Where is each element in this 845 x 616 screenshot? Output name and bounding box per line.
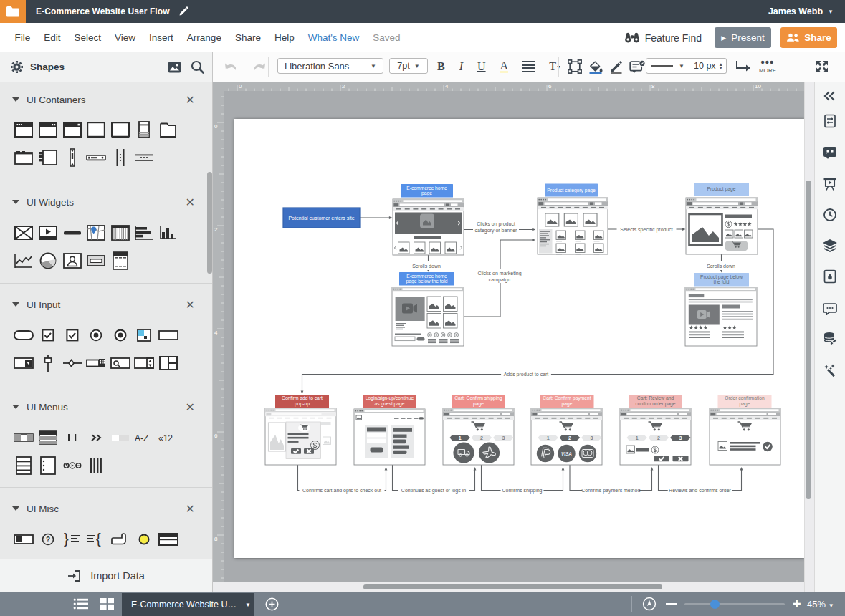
svg-text:Cart: Review and: Cart: Review and	[637, 395, 674, 400]
svg-text:2: 2	[342, 83, 345, 90]
svg-text:3: 3	[590, 435, 593, 441]
svg-text:2: 2	[568, 435, 571, 441]
svg-text:Product category page: Product category page	[547, 188, 596, 193]
svg-text:4: 4	[445, 83, 449, 90]
svg-text:3: 3	[679, 435, 682, 441]
svg-text:page below the fold: page below the fold	[406, 279, 447, 284]
svg-text:}: }	[64, 531, 69, 547]
svg-text:Confirms cart and opts to chec: Confirms cart and opts to check out	[302, 488, 381, 494]
svg-text:the fold: the fold	[714, 279, 730, 284]
svg-text:1: 1	[636, 435, 639, 441]
svg-text:A-Z: A-Z	[135, 433, 148, 442]
svg-text:page: page	[740, 401, 750, 407]
svg-text:{: {	[96, 531, 101, 547]
svg-text:E-commerce home: E-commerce home	[406, 186, 447, 191]
svg-text:campaign: campaign	[489, 277, 510, 283]
svg-text:0: 0	[239, 83, 242, 90]
svg-text:page: page	[421, 191, 432, 196]
svg-text:as guest page: as guest page	[374, 401, 404, 407]
svg-text:Clicks on marketing: Clicks on marketing	[477, 271, 521, 276]
svg-text:8: 8	[651, 83, 655, 90]
svg-text:2: 2	[480, 435, 483, 441]
svg-text:10: 10	[755, 83, 761, 90]
svg-text:?: ?	[46, 536, 50, 544]
svg-text:category or banner: category or banner	[475, 228, 517, 234]
svg-text:Adds product to cart: Adds product to cart	[504, 372, 549, 377]
svg-text:Continues as guest or logs in: Continues as guest or logs in	[401, 488, 466, 494]
svg-text:6: 6	[214, 433, 218, 439]
svg-text:1: 1	[547, 435, 550, 441]
svg-text:Reviews and confirms order: Reviews and confirms order	[669, 488, 731, 493]
svg-text:Order confirmation: Order confirmation	[725, 395, 765, 400]
svg-text:3: 3	[502, 435, 505, 441]
svg-text:0: 0	[214, 123, 218, 130]
svg-text:1: 1	[459, 435, 462, 441]
svg-text:Potential customer enters site: Potential customer enters site	[288, 216, 354, 221]
svg-text:page: page	[473, 401, 484, 407]
svg-text:Selects specific product: Selects specific product	[620, 227, 673, 233]
svg-text:Confirms payment method: Confirms payment method	[581, 488, 640, 494]
svg-text:«12: «12	[158, 433, 173, 442]
svg-text:confirm order page: confirm order page	[635, 401, 675, 407]
svg-text:Product page: Product page	[707, 186, 736, 192]
svg-text:4: 4	[214, 329, 218, 336]
svg-text:8: 8	[214, 536, 218, 542]
svg-text:6: 6	[548, 83, 552, 90]
svg-text:VISA: VISA	[561, 451, 572, 456]
svg-text:2: 2	[214, 226, 218, 233]
svg-text:Confirms shipping: Confirms shipping	[502, 488, 542, 494]
svg-text:Scrolls down: Scrolls down	[412, 264, 441, 269]
svg-text:E-commerce home: E-commerce home	[406, 274, 447, 279]
svg-text:page: page	[562, 401, 573, 407]
svg-text:Scrolls down: Scrolls down	[707, 264, 735, 269]
svg-text:2: 2	[657, 435, 660, 441]
svg-text:Clicks on product: Clicks on product	[477, 221, 515, 227]
svg-text:Confirm add to cart: Confirm add to cart	[282, 395, 323, 400]
svg-text:pop-up: pop-up	[295, 401, 310, 407]
